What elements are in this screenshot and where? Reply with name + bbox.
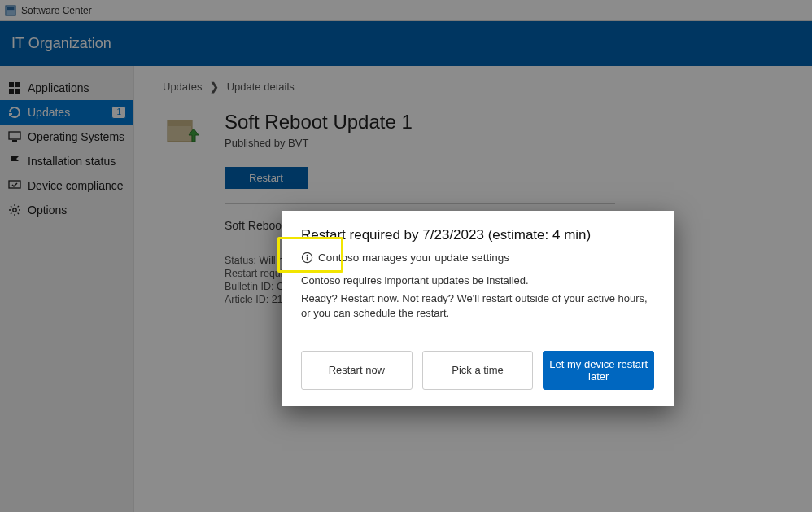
managed-settings-text: Contoso manages your update settings — [318, 252, 509, 264]
dialog-body-line-1: Contoso requires important updates be in… — [301, 274, 654, 288]
dialog-title: Restart required by 7/23/2023 (estimate:… — [301, 227, 654, 243]
info-icon — [301, 252, 313, 264]
modal-overlay: Restart required by 7/23/2023 (estimate:… — [0, 0, 812, 512]
svg-point-13 — [307, 255, 308, 256]
restart-now-button[interactable]: Restart now — [301, 351, 413, 390]
restart-later-button[interactable]: Let my device restart later — [543, 351, 654, 390]
managed-settings-line: Contoso manages your update settings — [301, 252, 654, 264]
dialog-body-line-2: Ready? Restart now. Not ready? We'll res… — [301, 291, 654, 321]
restart-required-dialog: Restart required by 7/23/2023 (estimate:… — [282, 211, 674, 406]
svg-rect-14 — [307, 257, 308, 261]
pick-a-time-button[interactable]: Pick a time — [422, 351, 534, 390]
